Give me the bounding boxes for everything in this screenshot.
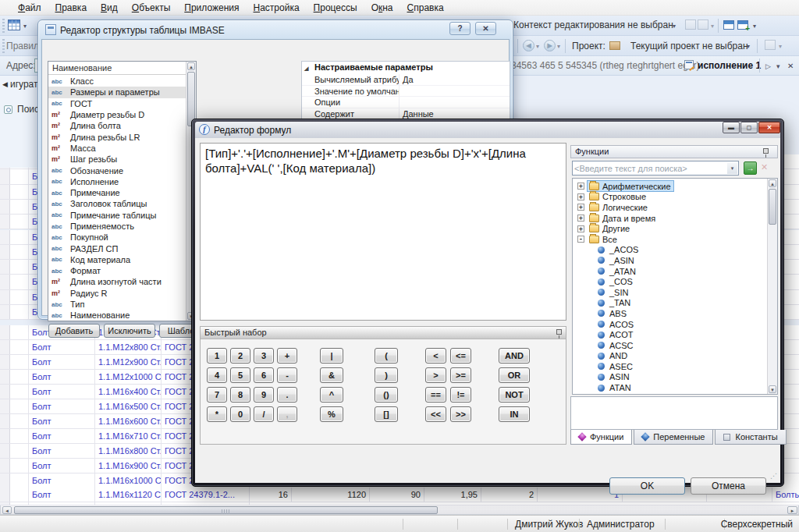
tree-function[interactable]: _ACOS [574,245,758,256]
category-row[interactable]: Другие [588,224,632,234]
edit-context-combo[interactable]: Контекст редактирования не выбран [513,20,673,30]
attribute-item[interactable]: m²Масса [48,143,186,154]
keypad-button[interactable]: 3 [254,348,274,364]
chevron-down-icon[interactable]: ▾ [557,43,560,50]
keypad-button[interactable]: >= [450,367,471,383]
keypad-button[interactable]: >> [450,406,471,422]
resize-grip[interactable]: ⋰ [770,472,777,480]
chevron-down-icon[interactable]: ▾ [536,43,539,50]
attribute-item[interactable]: m²Длина болта [48,120,186,131]
help-button[interactable]: ? [449,22,471,35]
property-row[interactable]: СодержитДанные [302,108,510,120]
tree-function[interactable]: ASIN [574,372,758,383]
clear-search-icon[interactable]: ✕ [761,162,768,172]
keypad-button[interactable]: % [320,406,343,422]
property-row[interactable]: Опции [302,97,510,108]
window-icon[interactable] [723,20,734,30]
menu-item-1[interactable]: Правка [48,1,94,15]
tab-list-icon[interactable]: ▾ [776,62,780,70]
attribute-item[interactable]: abcРазмеры и параметры [48,87,186,98]
attribute-item[interactable]: abcНаименование [48,310,186,321]
menu-item-7[interactable]: Окна [364,1,400,15]
search-input[interactable] [574,162,727,174]
project-combo[interactable]: Текущий проект не выбран [630,41,748,51]
attribute-item[interactable]: abcЗаголовок таблицы [48,198,186,209]
keypad-button[interactable]: != [450,387,471,403]
category-row[interactable]: Логические [588,202,650,212]
add-button[interactable]: Добавить [48,324,100,338]
formula-input[interactable]: [Тип]+'.'+[Исполнение]+'.М'+[Диаметр рез… [200,143,566,321]
ok-button[interactable]: OK [609,477,685,495]
chevron-down-icon[interactable]: ▾ [711,23,714,30]
tree-function[interactable]: ABS [574,308,758,319]
tree-function[interactable]: _TAN [574,298,758,309]
attribute-item[interactable]: abcТип [48,299,186,310]
window-add-icon[interactable] [737,20,748,30]
tree-category[interactable]: +Логические [574,202,758,213]
expand-icon[interactable]: + [577,193,584,200]
tree-function[interactable]: ACOT [574,329,758,340]
keypad-button[interactable]: 1 [207,348,227,364]
chevron-down-icon[interactable]: ▾ [779,43,782,50]
tree-category[interactable]: +Дата и время [574,213,758,224]
attribute-item[interactable]: abcКласс [48,76,186,87]
attribute-item[interactable]: m²Длина резьбы LR [48,131,186,142]
tree-function[interactable]: ATAN [574,382,758,393]
toolbar-grip[interactable] [2,39,5,53]
function-search-combo[interactable]: ▾ [572,161,739,176]
project-tool-icon[interactable] [765,40,776,50]
keypad-button[interactable]: 4 [207,367,227,383]
document-edit-icon[interactable] [698,20,708,30]
attribute-item[interactable]: abcИсполнение [48,176,186,187]
attribute-item[interactable]: abcПокупной [48,232,186,243]
table-grid-icon[interactable] [8,20,20,30]
keypad-button[interactable]: << [425,406,446,422]
category-row[interactable]: Арифметические [588,181,673,191]
keypad-button[interactable]: IN [499,406,530,422]
keypad-button[interactable]: . [277,387,297,403]
scroll-up-icon[interactable]: ▴ [769,179,776,187]
menu-item-0[interactable]: Файл [11,1,48,15]
keypad-button[interactable]: NOT [499,387,530,403]
category-row[interactable]: Все [588,234,620,244]
keypad-button[interactable]: 6 [254,367,274,383]
attribute-item[interactable]: m²Радиус R [48,288,186,299]
close-button[interactable]: ✕ [758,122,780,133]
menu-item-6[interactable]: Процессы [307,1,364,15]
tree-function[interactable]: _COS [574,276,758,287]
close-button[interactable]: ✕ [475,22,496,35]
keypad-button[interactable]: OR [499,367,530,383]
keypad-button[interactable]: < [425,348,446,364]
tree-function[interactable]: _ASIN [574,255,758,266]
exclude-button[interactable]: Исключить [104,324,155,338]
attribute-item[interactable]: m²Длина изогнутой части [48,276,186,287]
forward-icon[interactable]: ▶ [544,40,556,51]
search-go-button[interactable]: → [744,161,757,175]
expand-icon[interactable]: + [577,183,584,190]
tree-function[interactable]: AND [574,351,758,362]
tree-category[interactable]: +Другие [574,223,758,234]
menu-item-4[interactable]: Приложения [177,1,246,15]
tree-category[interactable]: +Строковые [574,192,758,203]
maximize-button[interactable]: ◻ [740,122,758,133]
back-icon[interactable]: ◀ [523,40,534,51]
menu-item-3[interactable]: Объекты [125,1,178,15]
next-tab-icon[interactable]: ▷ [765,62,771,70]
tree-function[interactable]: ACSC [574,340,758,351]
chevron-down-icon[interactable]: ▾ [23,23,27,30]
expand-icon[interactable]: + [577,215,584,222]
active-document-tab[interactable]: исполнение 1 [698,60,761,71]
document-icon[interactable] [685,20,696,30]
keypad-button[interactable]: <= [450,348,471,364]
search-tab-label[interactable]: Поиск [17,104,37,115]
property-category[interactable]: Настраиваемые параметры [302,62,510,74]
property-row[interactable]: Значение по умолчанию [302,86,510,98]
attribute-item[interactable]: abcПримечание таблицы [48,210,186,221]
attribute-item[interactable]: abcРАЗДЕЛ СП [48,243,186,254]
menu-item-5[interactable]: Настройка [247,1,307,15]
toolbar-grip[interactable] [2,19,5,33]
minimize-button[interactable]: ▬ [723,122,740,133]
scroll-down-icon[interactable]: ▾ [769,385,776,393]
category-row[interactable]: Дата и время [588,213,658,223]
tree-function[interactable]: _SIN [574,287,758,298]
